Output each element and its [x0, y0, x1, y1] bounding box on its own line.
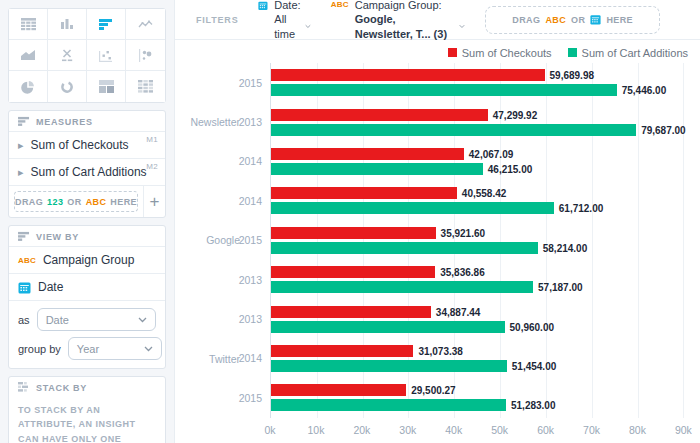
- cart-additions-bar[interactable]: 46,215.00: [271, 163, 483, 175]
- legend-item-checkouts[interactable]: Sum of Checkouts: [448, 47, 552, 59]
- view-by-item-date[interactable]: Date: [9, 273, 165, 300]
- checkouts-bar[interactable]: 31,073.38: [271, 345, 413, 357]
- year-axis-label: 2014: [239, 195, 262, 207]
- column-chart-icon: [60, 18, 74, 31]
- checkouts-bar[interactable]: 35,836.86: [271, 266, 435, 278]
- stack-by-icon: [18, 382, 30, 393]
- checkouts-bar[interactable]: 47,299.92: [271, 109, 488, 121]
- x-axis: 0k10k20k30k40k50k60k70k80k90k: [270, 418, 688, 442]
- headline-icon: [60, 49, 74, 62]
- checkouts-value-label: 35,836.86: [440, 267, 485, 278]
- vis-type-area-chart[interactable]: [9, 40, 48, 71]
- measure-label: Sum of Cart Additions: [31, 165, 147, 179]
- chart-row: 2013 34,887.44 50,960.00: [271, 299, 688, 338]
- red-swatch-icon: [448, 48, 457, 57]
- abc-token: ABC: [545, 15, 566, 25]
- checkouts-value-label: 35,921.60: [441, 227, 486, 238]
- calendar-icon: [258, 0, 268, 12]
- checkouts-value-label: 59,689.98: [550, 70, 595, 81]
- add-measure-button[interactable]: +: [143, 186, 165, 217]
- checkouts-bar[interactable]: 40,558.42: [271, 187, 457, 199]
- chart-row: 2013 35,836.86 57,187.00: [271, 260, 688, 299]
- vis-type-scatter-plot[interactable]: [87, 40, 126, 71]
- checkouts-bar[interactable]: 59,689.98: [271, 69, 545, 81]
- cart-additions-bar[interactable]: 58,214.00: [271, 242, 538, 254]
- cart-additions-bar[interactable]: 57,187.00: [271, 281, 533, 293]
- drop-zone-text: HERE: [606, 15, 633, 25]
- chart-row: 2015 59,689.98 75,446.00: [271, 63, 688, 102]
- bar-chart-icon: [99, 18, 113, 31]
- cart-additions-bar[interactable]: 51,454.00: [271, 360, 507, 372]
- bubble-chart-icon: [139, 49, 153, 62]
- cart-additions-bar[interactable]: 61,712.00: [271, 202, 554, 214]
- sidebar: MEASURES ▸ Sum of Checkouts M1 ▸ Sum of …: [0, 0, 175, 443]
- cart-additions-bar[interactable]: 51,283.00: [271, 399, 506, 411]
- cart-additions-bar[interactable]: 75,446.00: [271, 84, 617, 96]
- checkouts-bar[interactable]: 34,887.44: [271, 306, 431, 318]
- date-filter[interactable]: Date: All time: [258, 0, 310, 41]
- measures-header: MEASURES: [9, 111, 165, 131]
- vis-type-bubble-chart[interactable]: [126, 40, 165, 71]
- year-axis-label: 2013: [239, 116, 262, 128]
- cart-additions-bar[interactable]: 50,960.00: [271, 321, 505, 333]
- cart-additions-bar[interactable]: 79,687.00: [271, 124, 636, 136]
- analytical-designer-app: MEASURES ▸ Sum of Checkouts M1 ▸ Sum of …: [0, 0, 700, 443]
- checkouts-bar[interactable]: 35,921.60: [271, 227, 436, 239]
- year-axis-label: 2014: [239, 155, 262, 167]
- plus-icon: +: [150, 192, 160, 212]
- plot-area: 2015 59,689.98 75,446.00 2013 47,299.92 …: [270, 63, 688, 418]
- filters-label: FILTERS: [196, 15, 238, 25]
- granularity-select[interactable]: Year: [68, 337, 162, 360]
- measures-drop-zone[interactable]: DRAG 123 OR ABC HERE: [14, 191, 138, 212]
- x-tick-label: 50k: [491, 424, 508, 436]
- drop-zone-text: HERE: [110, 197, 137, 207]
- vis-type-treemap[interactable]: [87, 71, 126, 102]
- vis-type-pie-chart[interactable]: [9, 71, 48, 102]
- calendar-icon: [18, 281, 31, 294]
- x-tick-label: 80k: [629, 424, 646, 436]
- cart-additions-value-label: 58,214.00: [543, 242, 588, 253]
- vis-type-line-chart[interactable]: [126, 9, 165, 40]
- green-swatch-icon: [568, 48, 577, 57]
- year-axis-label: 2014: [239, 352, 262, 364]
- legend-item-cart-additions[interactable]: Sum of Cart Additions: [568, 47, 688, 59]
- vis-type-bar-chart[interactable]: [87, 9, 126, 40]
- measure-item-checkouts[interactable]: ▸ Sum of Checkouts M1: [9, 131, 165, 158]
- table-icon: [21, 18, 36, 31]
- measures-drop-row: DRAG 123 OR ABC HERE +: [9, 185, 165, 217]
- checkouts-bar[interactable]: 42,067.09: [271, 148, 464, 160]
- group-axis-label: Twitter: [209, 353, 240, 365]
- group-axis-label: Google: [206, 234, 240, 246]
- year-axis-label: 2013: [239, 313, 262, 325]
- vis-type-table[interactable]: [9, 9, 48, 40]
- measure-item-cart-additions[interactable]: ▸ Sum of Cart Additions M2: [9, 158, 165, 185]
- numeric-token: 123: [47, 197, 63, 207]
- visualization-type-picker: [8, 8, 166, 103]
- date-dimension-select[interactable]: Date: [37, 308, 156, 331]
- measures-icon: [18, 116, 30, 127]
- chart-row: 2014 31,073.38 51,454.00: [271, 339, 688, 378]
- abc-icon: ABC: [18, 256, 36, 265]
- abc-token: ABC: [86, 197, 107, 207]
- measures-section: MEASURES ▸ Sum of Checkouts M1 ▸ Sum of …: [8, 110, 166, 218]
- filters-drop-zone[interactable]: DRAG ABC OR HERE: [485, 6, 660, 34]
- vis-type-column-chart[interactable]: [48, 9, 87, 40]
- chevron-down-icon: [305, 24, 311, 29]
- vis-type-headline[interactable]: [48, 40, 87, 71]
- year-axis-label: 2015: [239, 77, 262, 89]
- vis-type-heatmap[interactable]: [126, 71, 165, 102]
- drop-zone-text: OR: [571, 15, 585, 25]
- checkouts-value-label: 34,887.44: [436, 306, 481, 317]
- view-by-section: VIEW BY ABC Campaign Group Date as Date: [8, 225, 166, 369]
- date-config-area: as Date group by Year: [9, 300, 165, 368]
- view-by-item-campaign-group[interactable]: ABC Campaign Group: [9, 246, 165, 273]
- checkouts-value-label: 40,558.42: [462, 188, 507, 199]
- filter-value-text: Google, Newsletter, T... (3): [355, 12, 456, 41]
- checkouts-value-label: 47,299.92: [493, 109, 538, 120]
- vis-type-donut-chart[interactable]: [48, 71, 87, 102]
- checkouts-bar[interactable]: 29,500.27: [271, 384, 406, 396]
- cart-additions-value-label: 46,215.00: [488, 163, 533, 174]
- chevron-right-icon: ▸: [18, 140, 24, 151]
- chart-legend: Sum of Checkouts Sum of Cart Additions: [175, 40, 700, 63]
- campaign-group-filter[interactable]: ABC Campaign Group: Google, Newsletter, …: [331, 0, 465, 41]
